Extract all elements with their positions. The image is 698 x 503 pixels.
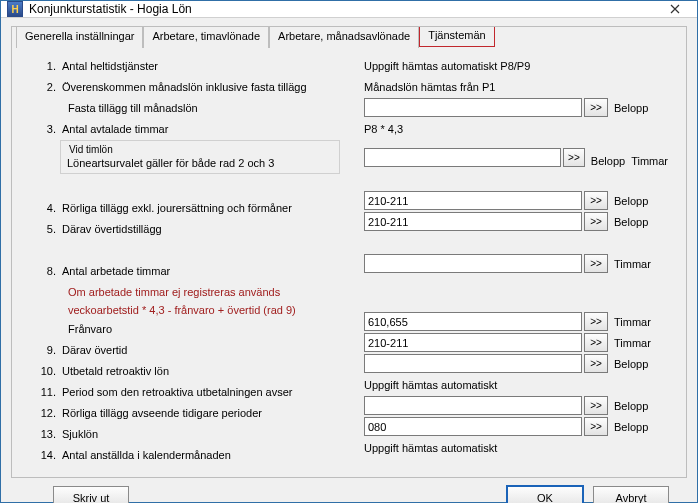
timlon-text: Löneartsurvalet gäller för både rad 2 oc… [67,157,333,169]
row13-expand-button[interactable]: >> [584,417,608,436]
timlon-expand-button[interactable]: >> [563,148,585,167]
row-num: 2. [34,81,56,93]
timlon-header: Vid timlön [67,144,115,155]
close-icon [670,4,680,14]
row4-expand-button[interactable]: >> [584,191,608,210]
row-num: 9. [34,344,56,356]
row-num: 5. [34,223,56,235]
row-num: 13. [34,428,56,440]
franvaro-expand-button[interactable]: >> [584,312,608,331]
row10-input[interactable] [364,354,582,373]
franvaro-input[interactable] [364,312,582,331]
unit-belopp: Belopp [614,358,648,370]
tab-tjansteman[interactable]: Tjänstemän [419,26,494,47]
row8-expand-button[interactable]: >> [584,254,608,273]
tab-strip: Generella inställningar Arbetare, timavl… [16,26,495,48]
timlon-groupbox: Vid timlön Löneartsurvalet gäller för bå… [60,140,340,174]
unit-timmar: Timmar [631,155,668,167]
print-button[interactable]: Skriv ut [53,486,129,503]
row13-input[interactable] [364,417,582,436]
unit-belopp: Belopp [614,195,648,207]
ok-button[interactable]: OK [507,486,583,503]
unit-timmar: Timmar [614,337,651,349]
right-column: Uppgift hämtas automatiskt P8/P9 Månadsl… [364,55,668,458]
row8-note1: Om arbetade timmar ej registreras använd… [68,286,280,298]
row2b-input[interactable] [364,98,582,117]
window-title: Konjunkturstatistik - Hogia Lön [29,2,653,16]
row5-label: Därav övertidstillägg [62,223,162,235]
tab-arbetare-manad[interactable]: Arbetare, månadsavlönade [269,26,419,48]
row9-input[interactable] [364,333,582,352]
tab-arbetare-tim[interactable]: Arbetare, timavlönade [143,26,269,48]
row-num: 8. [34,265,56,277]
franvaro-label: Frånvaro [68,323,112,335]
row9-label: Därav övertid [62,344,127,356]
row2-right: Månadslön hämtas från P1 [364,81,495,93]
row10-expand-button[interactable]: >> [584,354,608,373]
row2b-expand-button[interactable]: >> [584,98,608,117]
close-button[interactable] [653,1,697,17]
row8-label: Antal arbetade timmar [62,265,170,277]
row9-expand-button[interactable]: >> [584,333,608,352]
row8-note2: veckoarbetstid * 4,3 - frånvaro + överti… [68,304,296,316]
row3-label: Antal avtalade timmar [62,123,168,135]
row-num: 10. [34,365,56,377]
row-num: 1. [34,60,56,72]
timlon-input[interactable] [364,148,561,167]
unit-belopp: Belopp [614,216,648,228]
row3-right: P8 * 4,3 [364,123,403,135]
unit-belopp: Belopp [614,421,648,433]
row2-label: Överenskommen månadslön inklusive fasta … [62,81,307,93]
row14-label: Antal anställda i kalendermånaden [62,449,231,461]
unit-belopp: Belopp [614,102,648,114]
row2b-label: Fasta tillägg till månadslön [68,102,198,114]
row12-input[interactable] [364,396,582,415]
title-bar: H Konjunkturstatistik - Hogia Lön [1,1,697,18]
tab-container: Generella inställningar Arbetare, timavl… [11,26,687,478]
unit-belopp: Belopp [614,400,648,412]
row-num: 11. [34,386,56,398]
bottom-bar: Skriv ut OK Avbryt [11,478,687,503]
app-icon: H [7,1,23,17]
tab-generella[interactable]: Generella inställningar [16,26,143,48]
row12-expand-button[interactable]: >> [584,396,608,415]
row5-expand-button[interactable]: >> [584,212,608,231]
row11-right: Uppgift hämtas automatiskt [364,379,497,391]
unit-timmar: Timmar [614,316,651,328]
unit-belopp: Belopp [591,155,625,167]
unit-timmar: Timmar [614,258,651,270]
row-num: 3. [34,123,56,135]
row11-label: Period som den retroaktiva utbetalningen… [62,386,293,398]
row8-input[interactable] [364,254,582,273]
row1-label: Antal heltidstjänster [62,60,158,72]
row10-label: Utbetald retroaktiv lön [62,365,169,377]
cancel-button[interactable]: Avbryt [593,486,669,503]
row12-label: Rörliga tillägg avseende tidigare period… [62,407,262,419]
row-num: 14. [34,449,56,461]
row14-right: Uppgift hämtas automatiskt [364,442,497,454]
row-num: 12. [34,407,56,419]
row-num: 4. [34,202,56,214]
row4-label: Rörliga tillägg exkl. jourersättning och… [62,202,292,214]
row5-input[interactable] [364,212,582,231]
row13-label: Sjuklön [62,428,98,440]
row1-right: Uppgift hämtas automatiskt P8/P9 [364,60,530,72]
row4-input[interactable] [364,191,582,210]
